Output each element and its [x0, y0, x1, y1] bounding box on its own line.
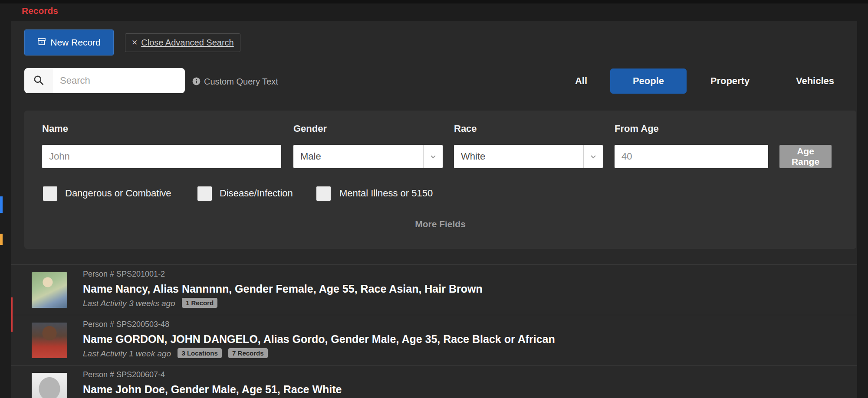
info-icon[interactable]	[192, 77, 201, 86]
red-indicator-line	[11, 297, 13, 332]
new-record-icon	[37, 37, 46, 48]
age-range-button[interactable]: Age Range	[779, 145, 832, 168]
tab-vehicles[interactable]: Vehicles	[789, 69, 841, 94]
person-number: Person # SPS201001-2	[83, 270, 165, 279]
person-name-line: Name GORDON, JOHN DANGELO, Alias Gordo, …	[83, 333, 555, 346]
checkbox-mental-illness-label: Mental Illness or 5150	[339, 188, 433, 199]
results-list: Person # SPS201001-2 Name Nancy, Alias N…	[11, 264, 857, 398]
page-title: Records	[22, 6, 58, 16]
result-row[interactable]: Person # SPS200607-4 Name John Doe, Gend…	[11, 365, 857, 398]
person-number: Person # SPS200607-4	[83, 370, 165, 379]
race-select-value: White	[454, 151, 583, 162]
new-record-button[interactable]: New Record	[24, 29, 114, 55]
scroll-marker-blue	[0, 196, 3, 213]
locations-count-badge: 3 Locations	[178, 348, 221, 358]
close-advanced-search-link[interactable]: ✕ Close Advanced Search	[125, 33, 240, 52]
name-input[interactable]	[42, 145, 281, 168]
top-bar	[0, 0, 868, 3]
search-icon	[33, 75, 44, 87]
last-activity-text: Last Activity 3 weeks ago	[83, 299, 175, 308]
result-row[interactable]: Person # SPS200503-48 Name GORDON, JOHN …	[11, 315, 857, 365]
tab-all[interactable]: All	[557, 69, 605, 94]
checkbox-mental-illness[interactable]	[316, 186, 331, 201]
checkbox-disease-infection[interactable]	[197, 186, 212, 201]
gender-label: Gender	[293, 123, 327, 134]
from-age-label: From Age	[615, 123, 659, 134]
race-select[interactable]: White	[454, 145, 603, 168]
person-photo	[32, 272, 67, 308]
name-label: Name	[42, 123, 68, 134]
record-count-badge: 7 Records	[228, 348, 268, 358]
close-icon: ✕	[132, 38, 138, 47]
close-advanced-search-label: Close Advanced Search	[141, 38, 233, 48]
advanced-search-panel: Name Gender Race From Age Male White Age…	[24, 111, 856, 249]
scroll-marker-yellow	[0, 234, 3, 245]
last-activity-line: Last Activity 3 weeks ago 1 Record	[83, 299, 217, 309]
tab-property[interactable]: Property	[704, 69, 756, 94]
chevron-down-icon	[423, 145, 443, 168]
more-fields-button[interactable]: More Fields	[24, 219, 856, 229]
record-count-badge: 1 Record	[182, 298, 217, 308]
chevron-down-icon	[583, 145, 603, 168]
last-activity-text: Last Activity 1 week ago	[83, 349, 171, 358]
search-input[interactable]	[53, 68, 185, 93]
gender-select[interactable]: Male	[293, 145, 443, 168]
last-activity-line: Last Activity 1 week ago 3 Locations 7 R…	[83, 349, 268, 359]
from-age-input[interactable]	[615, 145, 768, 168]
person-photo	[32, 323, 67, 358]
person-photo	[32, 373, 67, 398]
checkbox-dangerous-or-combative[interactable]	[43, 186, 57, 201]
gender-select-value: Male	[293, 151, 423, 162]
person-number: Person # SPS200503-48	[83, 320, 169, 329]
new-record-label: New Record	[50, 37, 101, 48]
race-label: Race	[454, 123, 477, 134]
tab-people[interactable]: People	[610, 69, 687, 94]
person-name-line: Name Nancy, Alias Nannnnn, Gender Female…	[83, 283, 483, 295]
result-row[interactable]: Person # SPS201001-2 Name Nancy, Alias N…	[11, 264, 857, 315]
checkbox-dangerous-label: Dangerous or Combative	[65, 188, 171, 199]
custom-query-label: Custom Query Text	[204, 77, 278, 87]
person-name-line: Name John Doe, Gender Male, Age 51, Race…	[83, 383, 342, 396]
search-button[interactable]	[24, 68, 53, 93]
checkbox-disease-label: Disease/Infection	[220, 188, 293, 199]
records-content: New Record ✕ Close Advanced Search Custo…	[11, 21, 857, 398]
